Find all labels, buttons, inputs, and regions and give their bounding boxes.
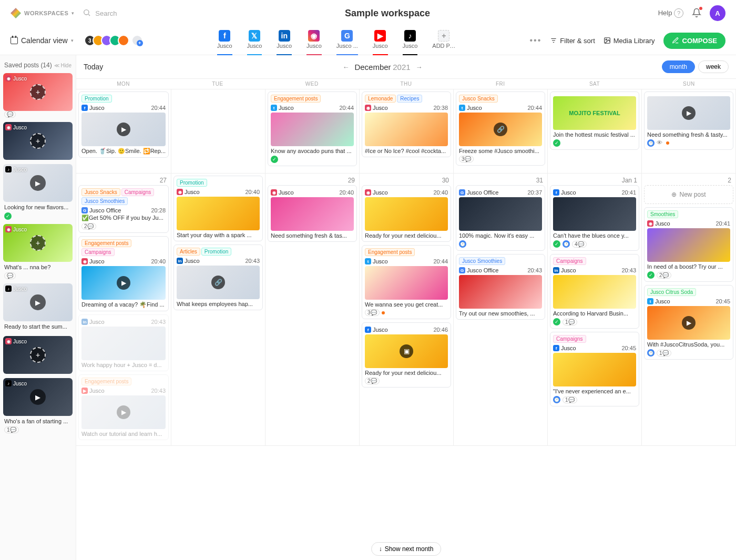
day-number: Jan 1 xyxy=(550,176,639,185)
post-card[interactable]: Engagement postsCampaigns◉Jusco20:40▶Dre… xyxy=(78,236,169,311)
next-month-button[interactable]: → xyxy=(416,63,423,71)
notifications-button[interactable] xyxy=(692,8,701,19)
day-cell[interactable]: 2⊕ New postSmoothies◉Jusco20:41In need o… xyxy=(642,174,736,446)
saved-post-card[interactable]: ♪Jusco▶ Ready to start the sum... xyxy=(3,283,73,332)
day-cell[interactable] xyxy=(171,89,265,174)
post-card[interactable]: PromotionfJusco20:44▶Open. 🥤Sip. 🙂Smile.… xyxy=(78,91,169,158)
weekday-header: WED xyxy=(265,79,359,89)
post-card[interactable]: Engagement posts▶Jusco20:43▶Watch our tu… xyxy=(78,374,169,440)
play-icon: ▶ xyxy=(30,175,46,191)
tag: Campaigns xyxy=(553,257,586,265)
day-cell[interactable]: ▶Need something fresh & tasty...🕐👁 xyxy=(642,89,736,174)
page-tab-linkedin[interactable]: inJusco xyxy=(277,30,292,51)
post-card[interactable]: ArticlesPromotioninJusco20:43🔗What keeps… xyxy=(173,245,263,310)
post-card[interactable]: Jusco SmoothiesGJusco Office20:43Try out… xyxy=(456,254,545,320)
post-time: 20:41 xyxy=(621,189,636,196)
day-cell[interactable]: PromotionfJusco20:44▶Open. 🥤Sip. 🙂Smile.… xyxy=(76,89,171,174)
page-tab-facebook[interactable]: fJusco xyxy=(217,30,232,51)
saved-post-card[interactable]: ♪Jusco▶ Looking for new flavors...✓ xyxy=(3,164,73,220)
help-link[interactable]: Help ? xyxy=(658,8,683,18)
chevron-down-icon: ▾ xyxy=(71,38,74,43)
play-icon: ▶ xyxy=(30,294,46,310)
member-stack[interactable]: 3 xyxy=(84,35,143,46)
tiktok-icon: ♪ xyxy=(5,166,12,172)
post-card[interactable]: CampaignsfJusco20:45"I've never experien… xyxy=(550,332,639,406)
google-icon: G xyxy=(459,189,465,196)
filter-icon xyxy=(550,37,557,44)
media-library-button[interactable]: Media Library xyxy=(604,37,655,45)
post-card[interactable]: fJusco20:41Can't have the blues once y..… xyxy=(550,185,639,251)
page-tab-instagram[interactable]: ◉Jusco xyxy=(306,30,322,51)
logo[interactable]: WORKSPACES ▾ xyxy=(11,8,74,18)
tag: Engagement posts xyxy=(271,95,321,103)
filter-sort-button[interactable]: Filter & sort xyxy=(550,37,595,45)
today-label[interactable]: Today xyxy=(84,63,103,71)
saved-post-card[interactable]: ◉Jusco+ xyxy=(3,336,73,374)
page-tab-google[interactable]: GJusco ... xyxy=(336,30,358,51)
day-cell[interactable]: Engagement poststJusco20:44Know any avoc… xyxy=(265,89,360,174)
account-name: Jusco xyxy=(561,345,576,351)
more-options-button[interactable]: ••• xyxy=(529,36,541,45)
twitter-icon: t xyxy=(647,298,653,304)
post-card[interactable]: Smoothies◉Jusco20:41In need of a boost? … xyxy=(644,207,733,282)
tiktok-icon: ♪ xyxy=(5,286,12,292)
post-time: 20:40 xyxy=(339,189,354,196)
post-card[interactable]: Jusco SnacksCampaignsJusco SmoothiesGJus… xyxy=(78,185,169,233)
search-input[interactable]: Search xyxy=(83,8,117,18)
user-avatar[interactable]: A xyxy=(710,5,725,21)
day-cell[interactable]: Jan 1fJusco20:41Can't have the blues onc… xyxy=(548,174,642,446)
saved-post-card[interactable]: ◉Jusco+ What's ... nna be?💬 xyxy=(3,224,73,279)
post-card[interactable]: ◉Jusco20:40Need something fresh & tas... xyxy=(268,185,357,242)
post-card[interactable]: Engagement poststJusco20:44Know any avoc… xyxy=(268,91,357,166)
post-card[interactable]: Engagement poststJusco20:44We wanna see … xyxy=(362,245,451,319)
post-card[interactable]: ◉Jusco20:40Ready for your next deliciou.… xyxy=(362,185,451,242)
day-cell[interactable]: MOJITO FESTIVALJoin the hottest music fe… xyxy=(548,89,642,174)
post-card[interactable]: Promotion◉Jusco20:40Start your day with … xyxy=(173,176,263,241)
facebook-icon: f xyxy=(553,345,559,351)
prev-month-button[interactable]: ← xyxy=(342,63,349,71)
day-cell[interactable]: 27Jusco SnacksCampaignsJusco SmoothiesGJ… xyxy=(76,174,171,446)
page-tab-tiktok[interactable]: ♪Jusco xyxy=(403,30,418,51)
new-post-button[interactable]: ⊕ New post xyxy=(644,185,733,204)
post-card[interactable]: ▶Need something fresh & tasty...🕐👁 xyxy=(644,91,733,150)
page-tab-label: Jusco xyxy=(306,43,322,49)
post-card[interactable]: Jusco Citrus SodatJusco20:45▶With #Jusco… xyxy=(644,285,733,360)
media-icon xyxy=(604,37,611,44)
show-next-month-button[interactable]: ↓ Show next month xyxy=(371,542,442,556)
workspace-title: Sample workspace xyxy=(125,8,649,19)
tag: Promotion xyxy=(177,179,207,187)
compose-button[interactable]: COMPOSE xyxy=(663,33,725,49)
page-tab-label: Jusco xyxy=(373,43,388,49)
saved-post-card[interactable]: ♪Jusco▶ Who's a fan of starting ...1💬 xyxy=(3,378,73,433)
add-pages-button[interactable]: +ADD PAGES xyxy=(432,30,455,51)
post-card[interactable]: inJusco20:43Work happy hour + Jusco = d.… xyxy=(78,314,169,371)
post-card[interactable]: MOJITO FESTIVALJoin the hottest music fe… xyxy=(550,91,639,150)
day-number: 29 xyxy=(268,176,357,185)
day-cell[interactable]: LemonadeRecipes◉Jusco20:38#Ice or No Ice… xyxy=(360,89,454,174)
day-cell[interactable]: 28Promotion◉Jusco20:40Start your day wit… xyxy=(171,174,265,446)
day-cell[interactable]: 29◉Jusco20:40Need something fresh & tas.… xyxy=(265,174,360,446)
post-image: MOJITO FESTIVAL xyxy=(553,96,636,130)
tag: Engagement posts xyxy=(81,378,131,385)
calendar-view-dropdown[interactable]: Calendar view ▾ xyxy=(11,36,74,45)
post-image: 🔗 xyxy=(177,266,260,299)
day-cell[interactable]: 31GJusco Office20:37100% magic. Now it's… xyxy=(454,174,548,446)
post-card[interactable]: CampaignsinJusco20:43According to Harvar… xyxy=(550,254,639,329)
day-cell[interactable]: Jusco SnackstJusco20:44🔗Freeze some #Jus… xyxy=(454,89,548,174)
week-view-button[interactable]: week xyxy=(698,60,729,73)
post-caption: Ready for your next deliciou... xyxy=(365,370,448,376)
post-card[interactable]: GJusco Office20:37100% magic. Now it's e… xyxy=(456,185,545,251)
account-name: Jusco xyxy=(89,105,105,111)
post-card[interactable]: Jusco SnackstJusco20:44🔗Freeze some #Jus… xyxy=(456,91,545,166)
day-cell[interactable]: 30◉Jusco20:40Ready for your next delicio… xyxy=(360,174,454,446)
add-member-button[interactable] xyxy=(131,35,143,46)
page-tab-youtube[interactable]: ▶Jusco xyxy=(373,30,388,51)
hide-sidebar-button[interactable]: ≪ Hide xyxy=(54,63,71,68)
post-card[interactable]: LemonadeRecipes◉Jusco20:38#Ice or No Ice… xyxy=(362,91,451,157)
workspaces-dropdown[interactable]: WORKSPACES xyxy=(24,10,68,16)
saved-post-card[interactable]: ◉Jusco+ xyxy=(3,122,73,160)
month-view-button[interactable]: month xyxy=(662,60,695,73)
page-tab-twitter[interactable]: 𝕏Jusco xyxy=(247,30,262,51)
post-card[interactable]: fJusco20:46▣Ready for your next deliciou… xyxy=(362,322,451,388)
saved-post-card[interactable]: ◉Jusco+ 💬 xyxy=(3,73,73,118)
